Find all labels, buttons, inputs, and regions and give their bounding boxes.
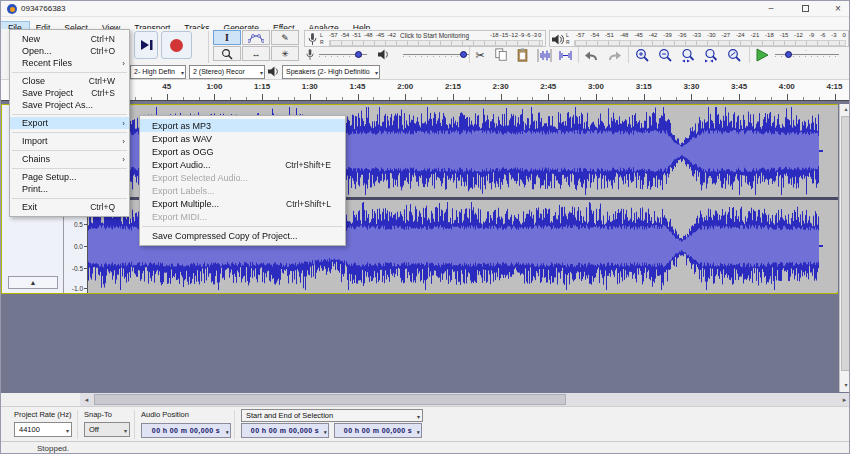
playback-volume-slider[interactable] (403, 54, 469, 55)
selection-start-field[interactable]: 00 h 00 m 00,000 s ▾ (241, 423, 329, 438)
recording-meter[interactable]: L R -57-54-51-48-45-42 Click to Start Mo… (304, 30, 546, 47)
snap-to-select[interactable]: Off ▾ (84, 422, 130, 437)
zoom-selection-button[interactable] (680, 47, 698, 63)
draw-tool-button[interactable]: ✎ (271, 30, 299, 45)
horizontal-scrollbar[interactable]: ◂ ▸ (80, 393, 850, 406)
vertical-scrollbar[interactable]: ▴ ▾ (839, 104, 850, 392)
zoom-tool-button[interactable] (213, 46, 241, 61)
ruler-minor-tick (803, 97, 804, 100)
recording-device-select[interactable]: 2 (Stereo) Recor ▾ (189, 65, 265, 79)
recording-meter-scale-left: -57-54-51-48-45-42 (329, 32, 399, 38)
scale-label: -1.0 (72, 285, 83, 292)
scroll-up-arrow[interactable]: ▴ (840, 104, 850, 115)
menu-item-new[interactable]: NewCtrl+N (10, 33, 129, 45)
menu-item-save-compressed-copy-of-project[interactable]: Save Compressed Copy of Project... (140, 229, 345, 242)
playback-meter[interactable]: L R -57-54-51-48-45-42-39-36-33-30-27-24… (549, 30, 849, 47)
menu-item-close[interactable]: CloseCtrl+W (10, 75, 129, 87)
scroll-down-arrow[interactable]: ▾ (840, 380, 850, 391)
ruler-label-2-30: 2:30 (493, 82, 509, 91)
track-collapse-button[interactable]: ▲ (8, 276, 58, 289)
menu-item-exit[interactable]: ExitCtrl+Q (10, 201, 129, 213)
audio-position-field[interactable]: 00 h 00 m 00,000 s ▾ (141, 423, 231, 438)
cut-button[interactable]: ✂ (471, 47, 489, 63)
ruler-label-4-15: 4:15 (826, 82, 842, 91)
recording-volume-thumb[interactable] (355, 51, 362, 58)
play-speed-slider[interactable]: · (775, 54, 839, 55)
play-speed-thumb[interactable] (785, 51, 792, 58)
ruler-major-tick (167, 94, 168, 100)
menu-item-export-as-wav[interactable]: Export as WAV (140, 132, 345, 145)
horizontal-scroll-thumb[interactable] (94, 394, 566, 405)
menu-item-shortcut: Ctrl+O (90, 46, 115, 56)
zoom-toggle-icon (727, 48, 743, 63)
record-button[interactable] (161, 31, 192, 59)
minimize-button[interactable]: – (756, 1, 786, 17)
project-rate-value: 44100 (19, 425, 40, 434)
scroll-right-arrow[interactable]: ▸ (838, 393, 850, 406)
silence-audio-button[interactable] (556, 47, 574, 63)
menu-item-export-multiple[interactable]: Export Multiple...Ctrl+Shift+L (140, 197, 345, 210)
ruler-major-tick (644, 94, 645, 100)
chevron-down-icon: ▾ (181, 67, 184, 79)
vertical-scroll-thumb[interactable] (841, 116, 850, 371)
menu-item-shortcut: Ctrl+Q (90, 202, 115, 212)
menu-item-recent-files[interactable]: Recent Files› (10, 57, 129, 69)
zoom-selection-icon (681, 48, 697, 63)
ruler-label-2-15: 2:15 (445, 82, 461, 91)
selection-tool-button[interactable]: I (213, 30, 241, 45)
multi-tool-button[interactable]: ✳ (271, 46, 299, 61)
zoom-out-button[interactable] (657, 47, 675, 63)
skip-to-end-button[interactable] (134, 31, 158, 59)
play-at-speed-button[interactable] (753, 47, 771, 63)
ruler-minor-tick (517, 97, 518, 100)
meter-tick-label: -3 (532, 32, 537, 38)
copy-button[interactable] (492, 47, 510, 63)
menu-item-open[interactable]: Open...Ctrl+O (10, 45, 129, 57)
ruler-major-tick (310, 94, 311, 100)
playback-device-value: Speakers (2- High Definitio (286, 68, 370, 75)
selection-end-field[interactable]: 00 h 00 m 00,000 s ▾ (334, 423, 422, 438)
recording-volume-slider[interactable] (319, 54, 367, 55)
ruler-minor-tick (564, 97, 565, 100)
menu-item-import[interactable]: Import› (10, 135, 129, 147)
menu-item-save-project-as[interactable]: Save Project As... (10, 99, 129, 111)
paste-button[interactable] (513, 47, 531, 63)
ruler-minor-tick (628, 97, 629, 100)
redo-button[interactable] (605, 47, 623, 63)
meter-tick-label: -12 (794, 32, 803, 38)
menu-item-export-audio[interactable]: Export Audio...Ctrl+Shift+E (140, 158, 345, 171)
menu-bar: FileEditSelectViewTransportTracksGenerat… (1, 17, 850, 29)
zoom-in-button[interactable] (634, 47, 652, 63)
zoom-fit-button[interactable] (703, 47, 721, 63)
menu-item-export-as-ogg[interactable]: Export as OGG (140, 145, 345, 158)
ruler-label-1-45: 1:45 (349, 82, 365, 91)
menu-item-export[interactable]: Export› (10, 117, 129, 129)
scroll-left-arrow[interactable]: ◂ (80, 393, 93, 406)
trim-audio-button[interactable] (535, 47, 553, 63)
menu-item-save-project[interactable]: Save ProjectCtrl+S (10, 87, 129, 99)
zoom-toggle-button[interactable] (726, 47, 744, 63)
undo-button[interactable] (582, 47, 600, 63)
playback-device-select[interactable]: Speakers (2- High Definitio ▾ (282, 65, 380, 79)
window-title: 0934766383 (21, 4, 66, 13)
audio-host-select[interactable]: 2- High Defin ▾ (130, 65, 186, 79)
menu-item-label: Export Audio... (152, 160, 211, 170)
meter-right-label: R (320, 40, 324, 45)
menu-item-label: New (22, 34, 40, 44)
monitoring-hint[interactable]: Click to Start Monitoring (400, 32, 469, 39)
ruler-minor-tick (437, 97, 438, 100)
time-shift-tool-button[interactable]: ↔ (242, 46, 270, 61)
maximize-button[interactable] (790, 1, 820, 17)
menu-item-print[interactable]: Print... (10, 183, 129, 195)
close-button[interactable]: × (823, 1, 850, 17)
menu-item-export-as-mp3[interactable]: Export as MP3 (140, 119, 345, 132)
record-icon (170, 39, 183, 52)
menu-item-chains[interactable]: Chains› (10, 153, 129, 165)
playback-volume-thumb[interactable] (460, 51, 467, 58)
selection-mode-select[interactable]: Start and End of Selection ▾ (241, 409, 423, 422)
envelope-tool-button[interactable] (242, 30, 270, 45)
ruler-minor-tick (469, 97, 470, 100)
meter-left-label: L (320, 33, 323, 38)
menu-item-page-setup[interactable]: Page Setup... (10, 171, 129, 183)
project-rate-select[interactable]: 44100 ▾ (14, 422, 72, 437)
